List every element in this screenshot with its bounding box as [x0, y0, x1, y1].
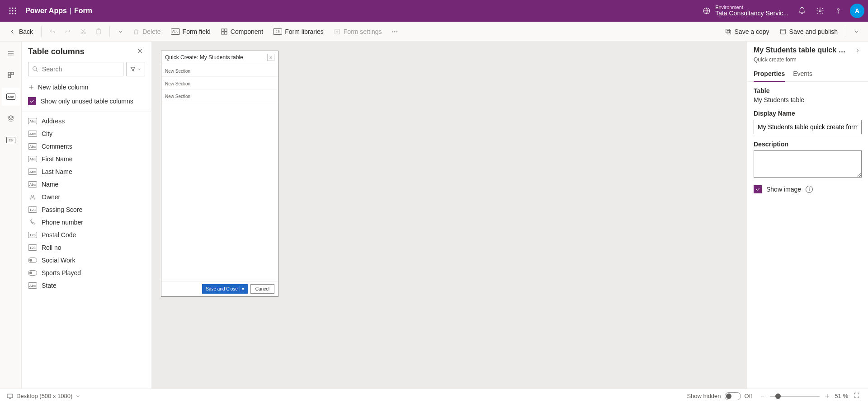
- column-item[interactable]: Owner: [22, 191, 151, 203]
- column-item[interactable]: AbcAddress: [22, 115, 151, 127]
- form-field-button[interactable]: Abc Form field: [166, 24, 215, 39]
- column-name: Comments: [42, 143, 72, 150]
- app-title: Power Apps | Form: [22, 7, 92, 15]
- app-name: Power Apps: [25, 7, 67, 15]
- show-image-checkbox[interactable]: [754, 185, 762, 193]
- save-and-close-label: Save and Close: [206, 286, 238, 291]
- form-section[interactable]: New Section: [161, 64, 278, 77]
- svg-point-3: [9, 10, 11, 12]
- column-item[interactable]: Social Work: [22, 254, 151, 267]
- properties-subtitle: Quick create form: [747, 56, 868, 66]
- rail-tree-icon[interactable]: [2, 109, 20, 127]
- undo-button[interactable]: [45, 24, 60, 39]
- account-avatar[interactable]: A: [850, 4, 864, 18]
- save-and-close-button[interactable]: Save and Close ▾: [202, 284, 248, 294]
- filter-button[interactable]: [126, 62, 145, 76]
- form-libraries-button[interactable]: JS Form libraries: [269, 24, 328, 39]
- properties-title: My Students table quick cre...: [754, 46, 849, 54]
- description-label: Description: [754, 141, 862, 148]
- column-item[interactable]: AbcLast Name: [22, 165, 151, 178]
- tab-events[interactable]: Events: [793, 66, 812, 81]
- svg-point-24: [396, 31, 397, 32]
- info-icon[interactable]: i: [806, 186, 813, 193]
- svg-rect-30: [8, 75, 10, 78]
- component-button[interactable]: Component: [216, 24, 268, 39]
- form-preview[interactable]: Quick Create: My Students table ✕ New Se…: [161, 51, 278, 297]
- save-publish-button[interactable]: Save and publish: [775, 24, 842, 39]
- zoom-out-button[interactable]: −: [759, 392, 766, 400]
- form-section[interactable]: New Section: [161, 89, 278, 102]
- show-unused-checkbox[interactable]: [28, 97, 36, 105]
- paste-button[interactable]: [91, 24, 106, 39]
- column-item[interactable]: 123Roll no: [22, 241, 151, 254]
- rail-columns-icon[interactable]: Abc: [2, 88, 20, 106]
- display-name-label: Display Name: [754, 110, 862, 117]
- zoom-fit-button[interactable]: [852, 392, 862, 400]
- svg-rect-29: [11, 72, 13, 75]
- rail-components-icon[interactable]: [2, 66, 20, 84]
- column-item[interactable]: AbcState: [22, 279, 151, 292]
- tab-properties[interactable]: Properties: [754, 66, 785, 82]
- form-section[interactable]: New Section: [161, 77, 278, 89]
- column-item[interactable]: AbcComments: [22, 140, 151, 153]
- save-publish-label: Save and publish: [789, 28, 838, 35]
- description-input[interactable]: [754, 150, 862, 178]
- column-item[interactable]: 123Postal Code: [22, 229, 151, 241]
- column-name: Roll no: [42, 244, 61, 251]
- column-name: Owner: [42, 193, 60, 201]
- svg-rect-28: [8, 72, 10, 75]
- notifications-icon[interactable]: [793, 0, 811, 22]
- left-panel-title: Table columns: [28, 47, 85, 56]
- column-name: Phone number: [42, 219, 83, 226]
- help-icon[interactable]: [829, 0, 847, 22]
- zoom-value: 51 %: [835, 393, 848, 399]
- column-item[interactable]: 123Passing Score: [22, 203, 151, 216]
- svg-point-21: [336, 31, 338, 32]
- left-panel-close[interactable]: [135, 46, 145, 57]
- svg-rect-26: [727, 30, 731, 34]
- delete-label: Delete: [142, 28, 160, 35]
- cancel-button[interactable]: Cancel: [250, 284, 274, 294]
- form-settings-button[interactable]: Form settings: [329, 24, 387, 39]
- svg-point-31: [33, 67, 37, 70]
- zoom-slider[interactable]: [770, 396, 820, 397]
- column-item[interactable]: AbcFirst Name: [22, 153, 151, 165]
- cut-button[interactable]: [76, 24, 90, 39]
- back-button[interactable]: Back: [5, 24, 38, 39]
- properties-collapse[interactable]: [854, 46, 862, 56]
- delete-button[interactable]: Delete: [128, 24, 165, 39]
- device-selector[interactable]: Desktop (500 x 1080): [6, 393, 80, 400]
- save-copy-button[interactable]: Save a copy: [720, 24, 774, 39]
- app-launcher[interactable]: [4, 0, 22, 22]
- add-dropdown[interactable]: [113, 24, 127, 39]
- save-and-close-dropdown[interactable]: ▾: [240, 286, 244, 291]
- column-item[interactable]: Sports Played: [22, 267, 151, 279]
- form-preview-close[interactable]: ✕: [267, 54, 274, 61]
- redo-button[interactable]: [61, 24, 75, 39]
- svg-rect-25: [726, 29, 729, 33]
- save-publish-dropdown[interactable]: [850, 24, 863, 39]
- column-item[interactable]: AbcCity: [22, 127, 151, 140]
- column-item[interactable]: AbcName: [22, 178, 151, 191]
- column-name: Name: [42, 181, 58, 188]
- save-copy-label: Save a copy: [735, 28, 769, 35]
- avatar-letter: A: [855, 7, 859, 14]
- svg-rect-20: [335, 29, 340, 34]
- form-libraries-label: Form libraries: [285, 28, 324, 35]
- table-label: Table: [754, 87, 862, 94]
- zoom-in-button[interactable]: +: [823, 392, 831, 400]
- environment-picker[interactable]: Environment Tata Consultancy Servic...: [703, 5, 793, 17]
- svg-point-0: [9, 8, 11, 9]
- rail-js-icon[interactable]: JS: [2, 131, 20, 149]
- settings-icon[interactable]: [811, 0, 829, 22]
- show-hidden-toggle[interactable]: [725, 392, 741, 400]
- more-commands[interactable]: [387, 24, 402, 39]
- environment-label: Environment: [715, 5, 788, 10]
- column-name: State: [42, 282, 57, 289]
- search-input[interactable]: [28, 62, 123, 76]
- new-table-column[interactable]: New table column: [22, 81, 151, 94]
- display-name-input[interactable]: [754, 120, 862, 134]
- column-item[interactable]: Phone number: [22, 216, 151, 229]
- rail-hamburger[interactable]: [2, 44, 20, 62]
- svg-point-4: [12, 10, 14, 12]
